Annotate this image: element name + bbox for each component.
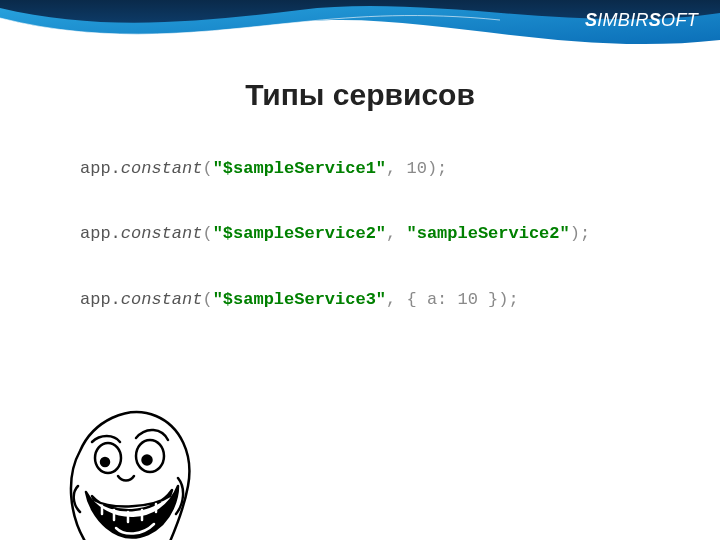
svg-point-3 <box>143 456 152 465</box>
code-line-3: app.constant("$sampleService3", { a: 10 … <box>80 289 680 310</box>
code-line-1: app.constant("$sampleService1", 10); <box>80 158 680 179</box>
code-block: app.constant("$sampleService1", 10); app… <box>80 158 680 354</box>
brand-logo: SIMBIRSOFT <box>585 10 698 31</box>
svg-point-2 <box>101 458 109 466</box>
meme-face-icon <box>58 396 198 540</box>
code-line-2: app.constant("$sampleService2", "sampleS… <box>80 223 680 244</box>
slide-title: Типы сервисов <box>0 78 720 112</box>
